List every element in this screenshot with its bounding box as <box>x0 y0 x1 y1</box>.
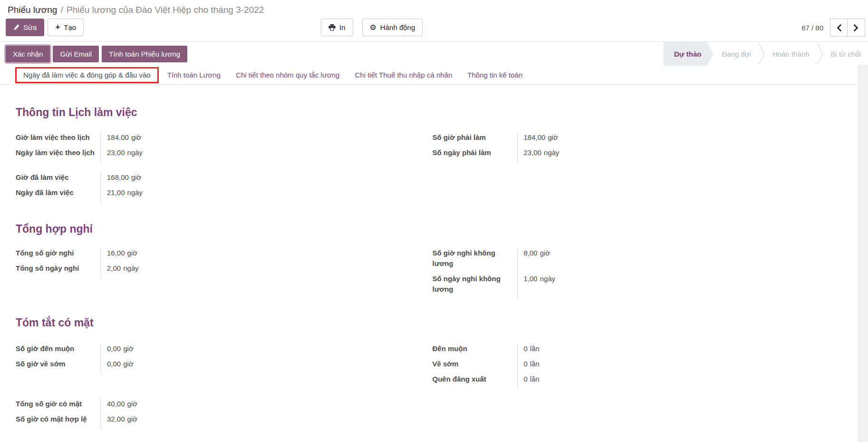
field-label: Số ngày nghỉ không lương <box>433 274 517 299</box>
breadcrumb-root-link[interactable]: Phiếu lương <box>8 5 57 15</box>
statusbar-states: Dự thảo Đang đợi Hoàn thành Bị từ chối <box>664 42 868 66</box>
field-unit: giờ <box>127 400 138 408</box>
field-value: 23,00 <box>107 148 125 157</box>
field-row: Tổng số ngày nghỉ 2,00ngày <box>16 263 433 278</box>
statusbar-buttons: Xác nhận Gửi Email Tính toán Phiếu lương <box>0 46 187 62</box>
state-draft[interactable]: Dự thảo <box>664 42 707 66</box>
print-button[interactable]: In <box>321 19 353 36</box>
tab-worked-days-inputs[interactable]: Ngày đã làm việc & đóng góp & đầu vào <box>23 71 151 79</box>
field-row: Giờ đã làm việc 168,00giờ <box>16 172 433 187</box>
field-group: Giờ đã làm việc 168,00giờ Ngày đã làm vi… <box>16 172 849 203</box>
tab-accounting-info[interactable]: Thông tin kế toán <box>460 71 530 79</box>
field-value: 0 <box>524 360 528 368</box>
field-label: Tổng số giờ có mặt <box>16 399 100 414</box>
center-action-buttons: In ⚙ Hành động <box>321 19 423 36</box>
field-value-cell: 0,00giờ <box>100 344 433 359</box>
group-column-right <box>433 399 849 429</box>
confirm-button[interactable]: Xác nhận <box>6 46 50 62</box>
field-unit: lần <box>530 344 540 353</box>
field-row: Ngày đã làm việc 21,00ngày <box>16 187 433 203</box>
field-unit: ngày <box>127 148 143 157</box>
tab-details-by-rule-category[interactable]: Chi tiết theo nhóm quy tắc lương <box>228 71 347 79</box>
group-column-right: Đến muộn 0lần Về sớm 0lần Quên đăng xuất… <box>433 344 849 389</box>
field-value-cell: 0lần <box>517 374 849 389</box>
field-label: Số giờ có mặt hợp lệ <box>16 414 100 429</box>
state-waiting[interactable]: Đang đợi <box>714 50 758 58</box>
field-row: Số ngày phải làm 23,00ngày <box>433 147 849 163</box>
pencil-icon <box>13 24 19 30</box>
payslip-sheet: Thông tin Lịch làm việc Giờ làm việc the… <box>0 106 868 429</box>
field-label: Ngày đã làm việc <box>16 187 100 203</box>
field-unit: ngày <box>123 264 139 272</box>
field-unit: giờ <box>127 415 138 423</box>
field-value-cell: 184,00giờ <box>517 132 849 147</box>
field-unit: ngày <box>127 188 143 196</box>
create-button-label: Tạo <box>64 24 76 31</box>
action-button[interactable]: ⚙ Hành động <box>362 19 423 36</box>
create-button[interactable]: + Tạo <box>48 19 84 36</box>
group-column-left: Tổng số giờ có mặt 40,00giờ Số giờ có mặ… <box>16 399 433 429</box>
section-title-leaves-summary: Tổng hợp nghỉ <box>16 223 849 236</box>
field-value-cell: 184,00giờ <box>100 132 433 147</box>
field-value-cell: 21,00ngày <box>100 187 433 203</box>
field-label: Giờ đã làm việc <box>16 172 100 187</box>
field-unit: giờ <box>127 249 138 257</box>
field-row: Số giờ có mặt hợp lệ 32,00giờ <box>16 414 433 429</box>
chevron-right-icon <box>853 24 859 32</box>
field-group: Số giờ đến muộn 0,00giờ Số giờ về sớm 0,… <box>16 344 849 389</box>
field-unit: giờ <box>131 133 142 141</box>
field-unit: ngày <box>540 275 556 283</box>
pager-previous-button[interactable] <box>830 19 848 37</box>
edit-button-label: Sửa <box>23 24 37 31</box>
field-label: Số giờ về sớm <box>16 359 100 374</box>
section-title-attendance-summary: Tóm tắt có mặt <box>16 316 849 329</box>
group-column-right: Số giờ nghỉ không lương 8,00giờ Số ngày … <box>433 248 849 299</box>
field-unit: giờ <box>131 173 142 181</box>
field-row: Số giờ phải làm 184,00giờ <box>433 132 849 147</box>
field-value-cell: 32,00giờ <box>100 414 433 429</box>
field-value: 168,00 <box>107 173 129 181</box>
state-done[interactable]: Hoàn thành <box>765 50 817 58</box>
field-row: Tổng số giờ nghỉ 16,00giờ <box>16 248 433 263</box>
group-column-left: Tổng số giờ nghỉ 16,00giờ Tổng số ngày n… <box>16 248 433 299</box>
field-row: Về sớm 0lần <box>433 359 849 374</box>
field-label: Số ngày phải làm <box>433 147 517 163</box>
breadcrumb-current: Phiếu lương của Đào Việt Hiệp cho tháng … <box>67 5 264 15</box>
field-unit: giờ <box>123 344 134 353</box>
field-label: Số giờ đến muộn <box>16 344 100 359</box>
gear-icon: ⚙ <box>370 24 376 31</box>
pager-next-button[interactable] <box>848 19 865 37</box>
edit-button[interactable]: Sửa <box>6 19 44 36</box>
field-row: Số ngày nghỉ không lương 1,00ngày <box>433 274 849 299</box>
field-value-cell: 168,00giờ <box>100 172 433 187</box>
field-unit: ngày <box>544 148 559 157</box>
group-column-left: Giờ làm việc theo lịch 184,00giờ Ngày là… <box>16 132 433 163</box>
tab-salary-computation[interactable]: Tính toán Lương <box>160 71 228 79</box>
state-refused[interactable]: Bị từ chối <box>824 50 868 58</box>
pager-value: 67 / 80 <box>801 24 823 32</box>
field-value: 16,00 <box>107 249 125 257</box>
field-row: Tổng số giờ có mặt 40,00giờ <box>16 399 433 414</box>
section-title-working-schedule: Thông tin Lịch làm việc <box>16 106 849 119</box>
tab-personal-income-tax[interactable]: Chi tiết Thuế thu nhập cá nhân <box>347 71 460 79</box>
field-row: Số giờ về sớm 0,00giờ <box>16 359 433 374</box>
field-label: Số giờ nghỉ không lương <box>433 248 517 274</box>
scrollbar-track[interactable] <box>858 65 868 442</box>
field-row: Giờ làm việc theo lịch 184,00giờ <box>16 132 433 147</box>
pager-buttons <box>830 19 865 37</box>
field-value: 32,00 <box>107 415 125 423</box>
compute-payslip-button[interactable]: Tính toán Phiếu lương <box>102 46 187 62</box>
send-email-button[interactable]: Gửi Email <box>53 46 99 62</box>
field-value-cell: 2,00ngày <box>100 263 433 278</box>
field-value-cell: 0,00giờ <box>100 359 433 374</box>
statusbar: Xác nhận Gửi Email Tính toán Phiếu lương… <box>0 41 868 66</box>
field-unit: giờ <box>540 249 550 257</box>
field-label: Về sớm <box>433 359 517 374</box>
action-button-label: Hành động <box>380 24 415 31</box>
field-unit: lần <box>530 375 540 383</box>
field-value: 184,00 <box>524 133 546 141</box>
group-column-left: Giờ đã làm việc 168,00giờ Ngày đã làm vi… <box>16 172 433 203</box>
chevron-left-icon <box>836 24 842 32</box>
field-unit: lần <box>530 360 540 368</box>
control-panel: Phiếu lương/Phiếu lương của Đào Việt Hiệ… <box>0 0 868 41</box>
